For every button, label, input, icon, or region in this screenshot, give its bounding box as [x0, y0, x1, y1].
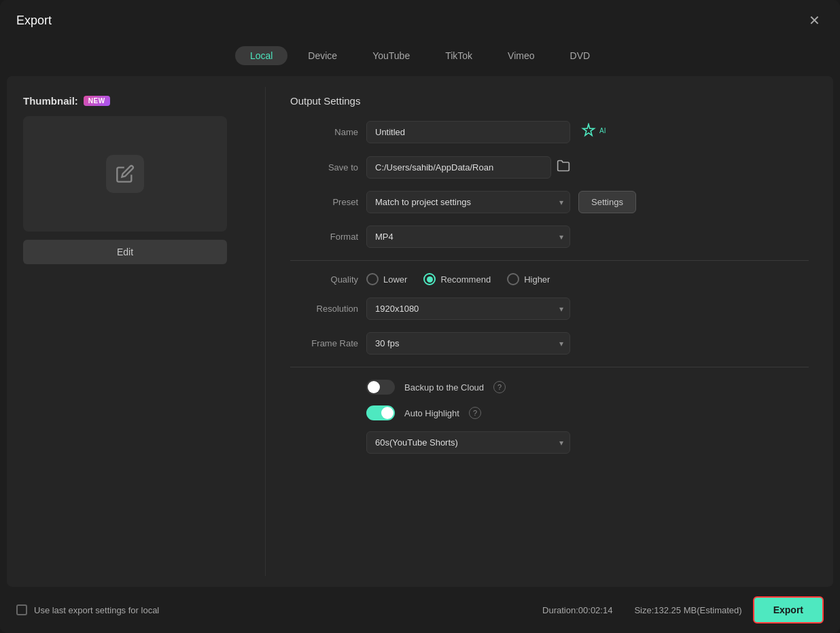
- resolution-dropdown[interactable]: 1920x1080 ▾: [366, 297, 570, 320]
- framerate-dropdown[interactable]: 30 fps ▾: [366, 332, 570, 355]
- quality-lower-label: Lower: [383, 274, 407, 285]
- resolution-label: Resolution: [290, 304, 358, 314]
- name-input-wrapper: [366, 121, 570, 143]
- highlight-duration-dropdown[interactable]: 60s(YouTube Shorts) ▾: [366, 431, 570, 454]
- auto-highlight-row: Auto Highlight ?: [366, 405, 809, 420]
- framerate-row: Frame Rate 30 fps ▾: [290, 332, 809, 355]
- tab-vimeo[interactable]: Vimeo: [493, 46, 549, 65]
- format-select[interactable]: MP4: [366, 225, 570, 248]
- radio-recommend-inner: [427, 276, 433, 283]
- name-row: Name AI: [290, 120, 809, 144]
- tabs-row: Local Device YouTube TikTok Vimeo DVD: [0, 41, 840, 76]
- auto-highlight-toggle[interactable]: [366, 405, 395, 420]
- tab-youtube[interactable]: YouTube: [357, 46, 425, 65]
- format-select-wrapper: MP4 ▾: [366, 225, 570, 248]
- quality-recommend[interactable]: Recommend: [423, 273, 491, 285]
- preset-row: Preset Match to project settings ▾ Setti…: [290, 191, 809, 213]
- preset-dropdown[interactable]: Match to project settings ▾: [366, 191, 570, 213]
- quality-label: Quality: [290, 274, 358, 285]
- resolution-row: Resolution 1920x1080 ▾: [290, 297, 809, 320]
- new-badge: NEW: [84, 96, 110, 106]
- section-title: Output Settings: [290, 95, 809, 107]
- radio-higher-circle: [507, 273, 519, 285]
- modal-body: Thumbnail: NEW Edit Output Settings Name: [7, 76, 833, 587]
- quality-options: Lower Recommend Higher: [366, 273, 550, 285]
- tab-local[interactable]: Local: [235, 46, 287, 65]
- preset-label: Preset: [290, 197, 358, 207]
- backup-row: Backup to the Cloud ?: [366, 380, 809, 395]
- highlight-duration-select[interactable]: 60s(YouTube Shorts): [366, 431, 570, 454]
- framerate-select-wrapper: 30 fps ▾: [366, 332, 570, 355]
- export-modal: Export ✕ Local Device YouTube TikTok Vim…: [0, 0, 840, 633]
- framerate-select[interactable]: 30 fps: [366, 332, 570, 355]
- settings-button[interactable]: Settings: [578, 191, 636, 213]
- preset-select[interactable]: Match to project settings: [366, 191, 570, 213]
- last-settings-checkbox[interactable]: [16, 604, 27, 615]
- last-settings-label: Use last export settings for local: [34, 605, 159, 615]
- thumbnail-preview: [23, 116, 227, 232]
- left-panel: Thumbnail: NEW Edit: [7, 76, 265, 587]
- right-panel: Output Settings Name AI Save to: [266, 76, 833, 587]
- auto-highlight-label: Auto Highlight: [404, 408, 459, 418]
- close-button[interactable]: ✕: [805, 11, 824, 30]
- edit-button[interactable]: Edit: [23, 240, 227, 264]
- backup-help-icon[interactable]: ?: [493, 381, 506, 393]
- quality-higher-label: Higher: [524, 274, 550, 285]
- meta-info: Duration:00:02:14 Size:132.25 MB(Estimat…: [542, 605, 742, 615]
- quality-row: Quality Lower Recommend Higher: [290, 273, 809, 285]
- export-button[interactable]: Export: [753, 596, 824, 623]
- ai-button[interactable]: AI: [578, 120, 608, 144]
- size-info: Size:132.25 MB(Estimated): [634, 605, 741, 615]
- resolution-select[interactable]: 1920x1080: [366, 297, 570, 320]
- thumbnail-icon: [106, 155, 144, 193]
- save-to-input-wrapper: [366, 156, 570, 179]
- thumbnail-label-text: Thumbnail:: [23, 95, 78, 107]
- thumbnail-header: Thumbnail: NEW: [23, 95, 249, 107]
- format-label: Format: [290, 232, 358, 242]
- format-row: Format MP4 ▾: [290, 225, 809, 248]
- separator-1: [290, 260, 809, 261]
- last-settings-row: Use last export settings for local: [16, 604, 159, 615]
- highlight-duration-wrapper: 60s(YouTube Shorts) ▾: [366, 431, 809, 454]
- save-to-row: Save to: [290, 156, 809, 179]
- tab-tiktok[interactable]: TikTok: [430, 46, 487, 65]
- folder-button[interactable]: [557, 159, 570, 176]
- auto-highlight-knob: [381, 407, 393, 419]
- bottom-bar: Use last export settings for local Durat…: [0, 587, 840, 633]
- separator-2: [290, 367, 809, 367]
- tab-dvd[interactable]: DVD: [555, 46, 606, 65]
- save-to-label: Save to: [290, 162, 358, 173]
- name-input[interactable]: [366, 121, 570, 143]
- radio-recommend-circle: [423, 273, 436, 285]
- modal-header: Export ✕: [0, 0, 840, 41]
- quality-higher[interactable]: Higher: [507, 273, 550, 285]
- quality-lower[interactable]: Lower: [366, 273, 407, 285]
- format-dropdown[interactable]: MP4 ▾: [366, 225, 570, 248]
- quality-recommend-label: Recommend: [440, 274, 491, 285]
- name-label: Name: [290, 127, 358, 137]
- tab-device[interactable]: Device: [293, 46, 352, 65]
- duration-info: Duration:00:02:14: [542, 605, 612, 615]
- preset-select-wrapper: Match to project settings ▾: [366, 191, 570, 213]
- save-to-input[interactable]: [366, 156, 551, 179]
- resolution-select-wrapper: 1920x1080 ▾: [366, 297, 570, 320]
- framerate-label: Frame Rate: [290, 338, 358, 348]
- backup-label: Backup to the Cloud: [404, 382, 484, 393]
- auto-highlight-help-icon[interactable]: ?: [469, 407, 481, 419]
- modal-title: Export: [16, 14, 52, 28]
- backup-toggle[interactable]: [366, 380, 395, 395]
- backup-toggle-knob: [368, 381, 380, 393]
- radio-lower-circle: [366, 273, 379, 285]
